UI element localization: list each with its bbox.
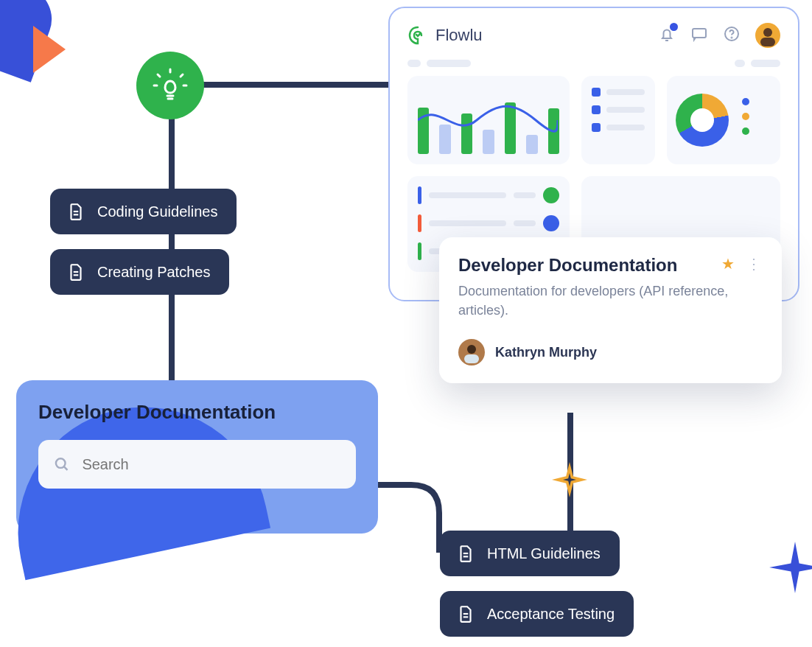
- node-acceptance-testing[interactable]: Acceptance Testing: [440, 591, 634, 637]
- svg-point-19: [732, 38, 732, 38]
- widget-donut: [667, 76, 780, 164]
- widget-row: [407, 76, 780, 164]
- chart-line-icon: [418, 98, 558, 142]
- help-button[interactable]: [723, 25, 741, 46]
- diagram-canvas: Coding Guidelines Creating Patches HTML …: [0, 0, 812, 647]
- brand-name: Flowlu: [435, 26, 483, 45]
- widget-chart: [407, 76, 570, 164]
- donut-chart-icon: [676, 94, 729, 147]
- svg-point-15: [56, 458, 66, 468]
- svg-rect-17: [693, 29, 706, 38]
- document-icon: [66, 262, 85, 281]
- search-input[interactable]: [82, 456, 341, 473]
- search-input-wrapper[interactable]: [38, 440, 356, 489]
- node-label: Coding Guidelines: [97, 203, 217, 220]
- kebab-menu-icon[interactable]: ⋮: [746, 255, 763, 273]
- card-title: Developer Documentation: [458, 255, 677, 276]
- brand-logo-icon: [407, 25, 428, 46]
- mini-avatar-icon: [543, 215, 559, 231]
- help-icon: [723, 25, 741, 43]
- document-icon: [456, 604, 475, 623]
- node-creating-patches[interactable]: Creating Patches: [50, 249, 229, 295]
- document-icon: [456, 544, 475, 563]
- donut-legend: [742, 98, 749, 142]
- node-html-guidelines[interactable]: HTML Guidelines: [440, 531, 620, 576]
- node-label: Creating Patches: [97, 264, 210, 281]
- svg-line-3: [158, 74, 160, 77]
- search-card-title: Developer Documentation: [38, 401, 356, 424]
- brand: Flowlu: [407, 25, 483, 46]
- skeleton-row: [407, 60, 780, 67]
- chat-icon: [690, 25, 708, 43]
- search-icon: [53, 455, 70, 474]
- svg-line-16: [64, 466, 68, 470]
- notifications-button[interactable]: [658, 25, 676, 46]
- author-avatar-icon: [458, 339, 485, 366]
- node-coding-guidelines[interactable]: Coding Guidelines: [50, 189, 237, 234]
- card-description: Documentation for developers (API refere…: [458, 281, 763, 320]
- search-card: Developer Documentation: [16, 380, 378, 534]
- svg-line-4: [181, 74, 183, 77]
- doc-preview-card[interactable]: Developer Documentation ★ ⋮ Documentatio…: [439, 237, 782, 383]
- author-name: Kathryn Murphy: [495, 345, 597, 360]
- bell-icon: [658, 25, 676, 43]
- star-icon[interactable]: ★: [721, 255, 735, 273]
- messages-button[interactable]: [690, 25, 708, 46]
- user-avatar[interactable]: [755, 23, 780, 48]
- decor-spark-blue: [769, 542, 812, 593]
- decor-spark-orange: [552, 462, 587, 497]
- dashboard-header: Flowlu: [407, 18, 780, 52]
- idea-hub-icon: [136, 52, 204, 119]
- mini-avatar-icon: [543, 187, 559, 203]
- card-author: Kathryn Murphy: [458, 339, 763, 366]
- node-label: HTML Guidelines: [487, 545, 601, 562]
- decor-triangle: [33, 26, 66, 73]
- widget-list: [581, 76, 655, 164]
- node-label: Acceptance Testing: [487, 606, 615, 623]
- document-icon: [66, 202, 85, 221]
